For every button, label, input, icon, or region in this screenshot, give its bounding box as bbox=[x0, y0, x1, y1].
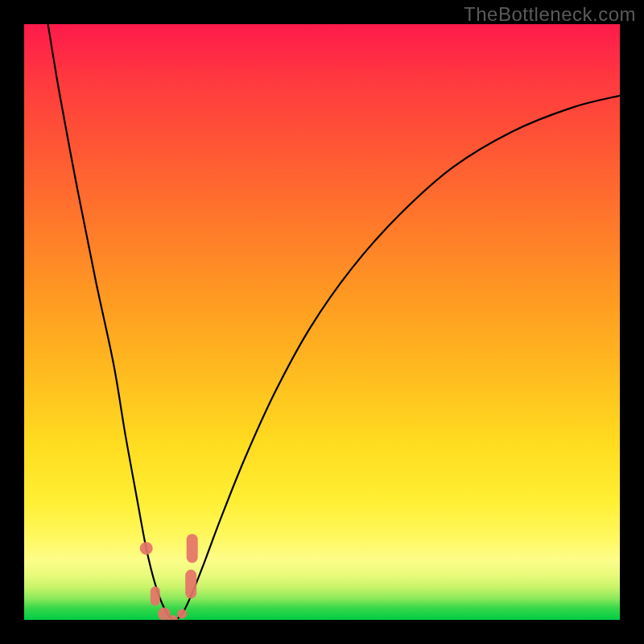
curve-markers bbox=[140, 534, 198, 620]
curve-marker bbox=[187, 534, 198, 563]
curve-layer bbox=[24, 24, 620, 620]
chart-stage: TheBottleneck.com bbox=[0, 0, 644, 644]
bottleneck-curve bbox=[48, 24, 620, 620]
plot-area bbox=[24, 24, 620, 620]
curve-marker bbox=[151, 586, 160, 605]
watermark-text: TheBottleneck.com bbox=[464, 3, 636, 26]
curve-marker bbox=[177, 609, 187, 619]
curve-marker bbox=[140, 542, 153, 555]
curve-marker bbox=[185, 570, 196, 599]
